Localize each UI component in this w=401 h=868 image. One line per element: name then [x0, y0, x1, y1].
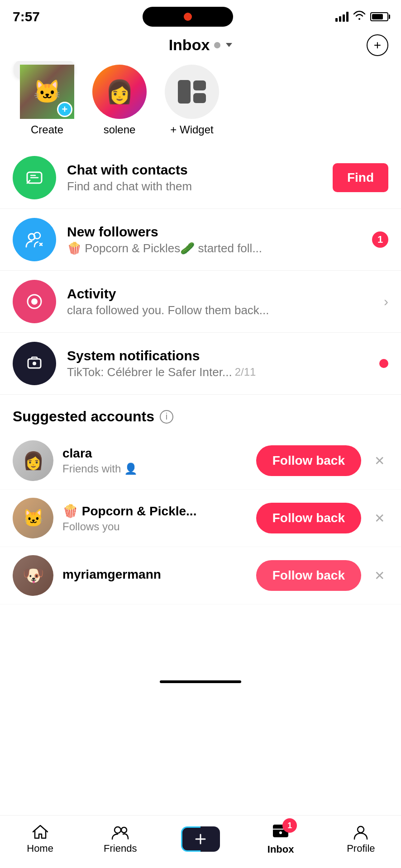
popcorn-name: 🍿 Popcorn & Pickle...: [62, 504, 247, 519]
plus-button-inner[interactable]: [182, 828, 219, 850]
home-label: Home: [27, 843, 53, 854]
story-item-create[interactable]: Thoughts? 🐱 + Create: [11, 65, 83, 136]
friends-label: Friends: [104, 843, 137, 854]
chat-content: Chat with contacts Find and chat with th…: [67, 162, 322, 193]
myriam-name: myriamgermann: [62, 567, 247, 582]
find-button[interactable]: Find: [333, 163, 388, 192]
profile-icon: [353, 824, 369, 840]
dismiss-clara-button[interactable]: ✕: [370, 452, 388, 470]
solene-label: solene: [104, 123, 136, 136]
activity-content: Activity clara followed you. Follow them…: [67, 286, 373, 317]
activity-icon: [13, 280, 56, 323]
myriam-content: myriamgermann: [62, 567, 247, 584]
system-title: System notifications: [67, 348, 368, 363]
chat-action[interactable]: Find: [333, 163, 388, 192]
system-action: [379, 359, 388, 368]
status-icons: [335, 10, 388, 23]
dropdown-chevron-icon[interactable]: [226, 43, 232, 47]
notif-row-system[interactable]: System notifications TikTok: Célébrer le…: [0, 333, 401, 395]
notif-row-followers[interactable]: New followers 🍿 Popcorn & Pickles🥒 start…: [0, 209, 401, 271]
system-subtitle: TikTok: Célébrer le Safer Inter...: [67, 365, 232, 379]
svg-point-9: [279, 831, 282, 834]
suggested-section-header: Suggested accounts i: [0, 395, 401, 432]
recording-dot: [184, 13, 192, 21]
wifi-icon: [353, 10, 366, 23]
dynamic-island-container: [143, 7, 233, 27]
home-indicator: [160, 680, 241, 683]
suggested-row-myriam: 🐶 myriamgermann Follow back ✕: [0, 547, 401, 604]
followers-icon: [13, 218, 56, 261]
plus-icon: [194, 832, 207, 846]
svg-point-3: [31, 298, 38, 305]
svg-point-10: [358, 826, 364, 833]
widget-label: + Widget: [170, 123, 213, 136]
notif-row-chat[interactable]: Chat with contacts Find and chat with th…: [0, 147, 401, 209]
system-icon: [13, 342, 56, 385]
chat-subtitle: Find and chat with them: [67, 179, 322, 193]
profile-label: Profile: [347, 843, 375, 854]
suggested-row-clara: 👩 clara Friends with 👤 Follow back ✕: [0, 432, 401, 490]
story-item-solene[interactable]: 👩 solene: [83, 65, 156, 136]
inbox-label: Inbox: [267, 844, 294, 855]
follow-back-button-popcorn[interactable]: Follow back: [256, 503, 361, 533]
suggested-title: Suggested accounts: [13, 408, 154, 425]
clara-avatar[interactable]: 👩: [13, 440, 53, 481]
system-unread-dot: [379, 359, 388, 368]
nav-item-inbox[interactable]: 1 Inbox: [253, 823, 308, 855]
add-button[interactable]: +: [367, 34, 388, 56]
header-title: Inbox: [169, 36, 233, 54]
notif-row-activity[interactable]: Activity clara followed you. Follow them…: [0, 271, 401, 333]
popcorn-avatar[interactable]: 🐱: [13, 498, 53, 538]
inbox-title: Inbox: [169, 36, 210, 54]
stories-row: Thoughts? 🐱 + Create 👩 solene: [0, 61, 401, 143]
popcorn-sub: Follows you: [62, 520, 247, 533]
clara-sub: Friends with 👤: [62, 462, 247, 475]
battery-icon: [370, 12, 388, 21]
clara-name: clara: [62, 446, 247, 461]
follow-back-button-myriam[interactable]: Follow back: [256, 560, 361, 591]
popcorn-content: 🍿 Popcorn & Pickle... Follows you: [62, 504, 247, 533]
dismiss-myriam-button[interactable]: ✕: [370, 566, 388, 585]
nav-item-profile[interactable]: Profile: [334, 824, 388, 854]
activity-action: ›: [384, 294, 388, 309]
dismiss-popcorn-button[interactable]: ✕: [370, 509, 388, 527]
bottom-spacer: [0, 604, 401, 677]
followers-content: New followers 🍿 Popcorn & Pickles🥒 start…: [67, 224, 361, 255]
followers-title: New followers: [67, 224, 361, 240]
header: Inbox +: [0, 29, 401, 61]
bottom-navigation: Home Friends 1 Inbox: [0, 815, 401, 868]
chat-title: Chat with contacts: [67, 162, 322, 178]
followers-subtitle: 🍿 Popcorn & Pickles🥒 started foll...: [67, 241, 361, 255]
dynamic-island: [143, 7, 233, 27]
status-time: 7:57: [13, 9, 40, 24]
nav-item-friends[interactable]: Friends: [93, 824, 148, 854]
widget-avatar-wrap: [165, 65, 219, 119]
inbox-icon-wrap: 1: [272, 823, 290, 841]
follow-back-button-clara[interactable]: Follow back: [256, 445, 361, 476]
followers-action: 1: [372, 231, 388, 248]
svg-point-6: [115, 827, 121, 833]
create-add-badge: +: [57, 102, 72, 117]
signal-icon: [335, 12, 348, 22]
nav-item-plus[interactable]: [173, 826, 228, 852]
info-icon[interactable]: i: [160, 410, 173, 424]
clara-content: clara Friends with 👤: [62, 446, 247, 475]
followers-badge: 1: [372, 231, 388, 248]
system-date: 2/11: [235, 366, 256, 378]
activity-title: Activity: [67, 286, 373, 302]
myriam-avatar[interactable]: 🐶: [13, 555, 53, 596]
create-avatar-wrap: Thoughts? 🐱 +: [20, 65, 74, 119]
status-dot: [214, 42, 220, 48]
friends-icon: [110, 824, 130, 840]
nav-item-home[interactable]: Home: [13, 824, 67, 854]
widget-circle: [165, 65, 219, 119]
story-item-widget[interactable]: + Widget: [156, 65, 228, 136]
plus-button-bg: [181, 826, 220, 852]
inbox-badge-count: 1: [282, 818, 297, 833]
activity-subtitle: clara followed you. Follow them back...: [67, 303, 373, 317]
chevron-right-icon: ›: [384, 294, 388, 309]
status-bar: 7:57: [0, 0, 401, 27]
notification-list: Chat with contacts Find and chat with th…: [0, 147, 401, 395]
svg-point-7: [121, 827, 127, 833]
create-label: Create: [31, 123, 63, 136]
